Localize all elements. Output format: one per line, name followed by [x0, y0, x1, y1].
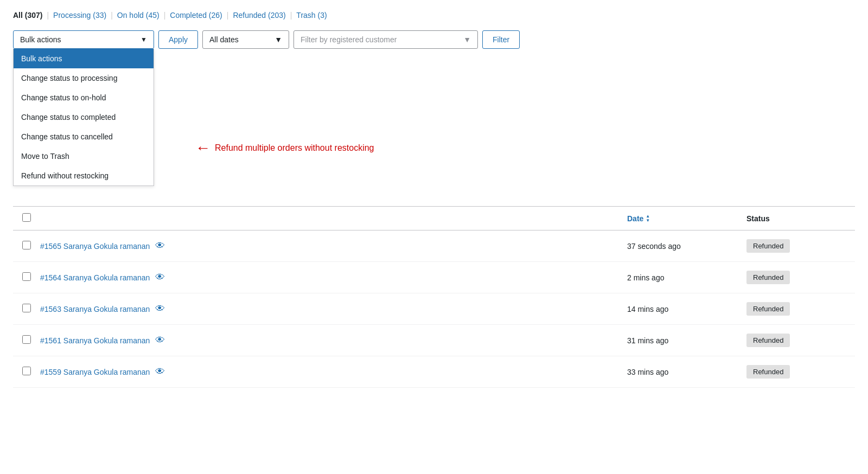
status-filter-refunded[interactable]: Refunded (203)	[233, 11, 285, 20]
row-content: #1563 Saranya Gokula ramanan 👁	[40, 303, 627, 315]
status-filter-processing[interactable]: Processing (33)	[53, 11, 106, 20]
row-checkbox-cell	[13, 241, 40, 251]
order-link[interactable]: #1565 Saranya Gokula ramanan	[40, 242, 150, 251]
toolbar: Bulk actions ▼ Bulk actions Change statu…	[13, 30, 855, 49]
table-header: Date ▲▼ Status	[13, 206, 855, 230]
view-icon[interactable]: 👁	[155, 366, 165, 377]
page-wrapper: All (307) | Processing (33) | On hold (4…	[0, 0, 868, 474]
view-icon[interactable]: 👁	[155, 272, 165, 283]
apply-button[interactable]: Apply	[158, 30, 198, 49]
status-cell: Refunded	[746, 271, 855, 284]
view-icon[interactable]: 👁	[155, 335, 165, 346]
bulk-actions-select-display[interactable]: Bulk actions ▼	[13, 30, 154, 49]
date-cell: 37 seconds ago	[627, 242, 746, 251]
separator-4: |	[227, 11, 229, 20]
status-cell: Refunded	[746, 239, 855, 253]
date-cell: 31 mins ago	[627, 336, 746, 345]
order-link[interactable]: #1561 Saranya Gokula ramanan	[40, 336, 150, 345]
header-status: Status	[746, 214, 855, 223]
chevron-down-icon: ▼	[141, 36, 147, 43]
select-all-checkbox[interactable]	[22, 213, 31, 222]
date-cell: 14 mins ago	[627, 305, 746, 313]
order-link[interactable]: #1559 Saranya Gokula ramanan	[40, 368, 150, 376]
row-content: #1561 Saranya Gokula ramanan 👁	[40, 335, 627, 346]
all-dates-label: All dates	[209, 35, 239, 44]
dropdown-item-bulk-actions[interactable]: Bulk actions	[14, 49, 154, 68]
status-cell: Refunded	[746, 334, 855, 347]
dropdown-item-cancelled[interactable]: Change status to cancelled	[14, 127, 154, 146]
separator-3: |	[164, 11, 166, 20]
red-arrow-icon: ←	[195, 139, 210, 157]
sort-icon[interactable]: ▲▼	[646, 214, 650, 223]
row-content: #1564 Saranya Gokula ramanan 👁	[40, 272, 627, 283]
header-checkbox-cell	[13, 213, 40, 223]
status-cell: Refunded	[746, 365, 855, 379]
bulk-actions-dropdown[interactable]: Bulk actions ▼ Bulk actions Change statu…	[13, 30, 154, 49]
bulk-actions-menu: Bulk actions Change status to processing…	[13, 49, 154, 186]
row-content: #1559 Saranya Gokula ramanan 👁	[40, 366, 627, 377]
status-filter-onhold[interactable]: On hold (45)	[117, 11, 159, 20]
dropdown-item-processing[interactable]: Change status to processing	[14, 68, 154, 88]
date-cell: 2 mins ago	[627, 273, 746, 282]
table-row: #1559 Saranya Gokula ramanan 👁 33 mins a…	[13, 356, 855, 388]
view-icon[interactable]: 👁	[155, 303, 165, 315]
bulk-actions-label: Bulk actions	[20, 35, 61, 44]
dropdown-item-trash[interactable]: Move to Trash	[14, 146, 154, 166]
customer-filter-placeholder: Filter by registered customer	[301, 35, 397, 44]
row-checkbox[interactable]	[22, 304, 31, 312]
table-row: #1561 Saranya Gokula ramanan 👁 31 mins a…	[13, 325, 855, 356]
status-filters: All (307) | Processing (33) | On hold (4…	[13, 11, 855, 20]
annotation-arrow: ← Refund multiple orders without restock…	[195, 139, 374, 157]
status-badge: Refunded	[746, 365, 790, 379]
row-checkbox-cell	[13, 304, 40, 314]
separator-1: |	[47, 11, 49, 20]
dropdown-item-completed[interactable]: Change status to completed	[14, 107, 154, 127]
orders-table: Date ▲▼ Status #1565 Saranya Gokula rama…	[13, 206, 855, 388]
status-badge: Refunded	[746, 239, 790, 253]
table-row: #1563 Saranya Gokula ramanan 👁 14 mins a…	[13, 293, 855, 325]
status-cell: Refunded	[746, 302, 855, 316]
row-checkbox-cell	[13, 367, 40, 377]
status-badge: Refunded	[746, 334, 790, 347]
table-row: #1565 Saranya Gokula ramanan 👁 37 second…	[13, 230, 855, 262]
row-content: #1565 Saranya Gokula ramanan 👁	[40, 240, 627, 252]
annotation-text: Refund multiple orders without restockin…	[215, 143, 374, 153]
order-link[interactable]: #1563 Saranya Gokula ramanan	[40, 305, 150, 313]
all-dates-dropdown[interactable]: All dates ▼	[202, 30, 289, 49]
status-filter-all[interactable]: All (307)	[13, 11, 42, 20]
status-badge: Refunded	[746, 302, 790, 316]
status-filter-trash[interactable]: Trash (3)	[296, 11, 327, 20]
date-cell: 33 mins ago	[627, 368, 746, 376]
view-icon[interactable]: 👁	[155, 240, 165, 252]
row-checkbox[interactable]	[22, 335, 31, 344]
status-badge: Refunded	[746, 271, 790, 284]
table-row: #1564 Saranya Gokula ramanan 👁 2 mins ag…	[13, 262, 855, 293]
row-checkbox-cell	[13, 335, 40, 345]
row-checkbox[interactable]	[22, 241, 31, 249]
row-checkbox[interactable]	[22, 367, 31, 375]
dropdown-item-refund[interactable]: Refund without restocking	[14, 166, 154, 185]
separator-2: |	[111, 11, 113, 20]
customer-filter-dropdown[interactable]: Filter by registered customer ▼	[293, 30, 478, 49]
filter-button[interactable]: Filter	[482, 30, 520, 49]
status-filter-completed[interactable]: Completed (26)	[170, 11, 222, 20]
row-checkbox[interactable]	[22, 272, 31, 281]
order-link[interactable]: #1564 Saranya Gokula ramanan	[40, 273, 150, 282]
date-label: Date	[627, 214, 643, 223]
separator-5: |	[290, 11, 292, 20]
header-date[interactable]: Date ▲▼	[627, 214, 746, 223]
dropdown-item-on-hold[interactable]: Change status to on-hold	[14, 88, 154, 107]
customer-chevron-icon: ▼	[463, 35, 471, 44]
row-checkbox-cell	[13, 272, 40, 283]
dates-chevron-icon: ▼	[275, 35, 282, 44]
